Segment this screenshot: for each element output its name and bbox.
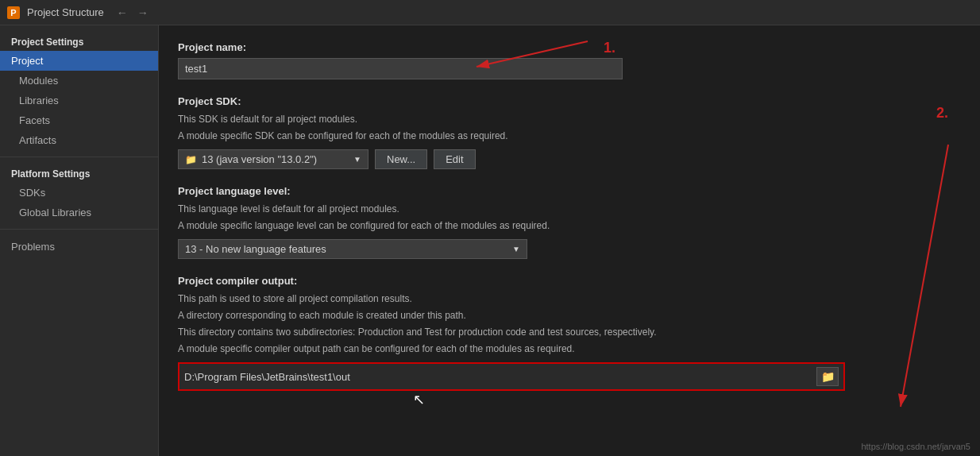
sidebar-item-global-libraries[interactable]: Global Libraries [0,203,158,222]
sidebar-item-global-libraries-label: Global Libraries [19,207,91,218]
window-title: Project Structure [27,6,104,18]
sidebar-item-project[interactable]: Project [0,51,158,71]
sdk-dropdown-icon: 📁 [185,154,197,165]
lang-desc-1: This language level is default for all p… [178,202,961,216]
sidebar-item-problems[interactable]: Problems [0,236,158,257]
annotation-2: 2. [936,105,948,122]
svg-text:P: P [10,8,16,17]
mouse-cursor: ↖ [413,391,425,408]
sidebar-item-facets[interactable]: Facets [0,110,158,130]
sidebar-item-sdks-label: SDKs [19,187,45,199]
sidebar: Project Settings Project Modules Librari… [0,25,159,456]
project-sdk-label: Project SDK: [178,95,961,107]
main-content: 1. 2. Project name: [159,25,980,456]
watermark: https://blog.csdn.net/jarvan5 [861,442,970,451]
title-bar: P Project Structure ← → [0,0,980,25]
sdk-dropdown[interactable]: 📁 13 (java version "13.0.2") ▼ [178,149,368,169]
sidebar-item-artifacts[interactable]: Artifacts [0,130,158,150]
nav-arrows: ← → [114,5,152,21]
sidebar-item-project-label: Project [11,55,43,67]
sidebar-item-artifacts-label: Artifacts [19,134,56,146]
project-settings-heading: Project Settings [0,32,158,51]
compiler-desc-2: A directory corresponding to each module… [178,308,961,323]
sdk-desc-2: A module specific SDK can be configured … [178,129,961,143]
project-sdk-group: Project SDK: This SDK is default for all… [178,95,961,169]
lang-dropdown-arrow: ▼ [512,245,520,253]
project-name-input[interactable] [178,58,623,79]
folder-icon: 📁 [821,370,835,383]
sdk-dropdown-arrow: ▼ [353,155,361,164]
sidebar-divider-1 [0,157,158,157]
app-icon: P [6,6,21,20]
compiler-output-group: Project compiler output: This path is us… [178,275,961,391]
sidebar-item-libraries-label: Libraries [19,95,59,106]
new-sdk-button[interactable]: New... [375,149,427,169]
sdk-row: 📁 13 (java version "13.0.2") ▼ New... Ed… [178,149,961,169]
project-lang-label: Project language level: [178,185,961,197]
lang-dropdown-value: 13 - No new language features [185,243,326,255]
compiler-desc-1: This path is used to store all project c… [178,292,961,306]
output-path-input[interactable] [184,371,816,383]
annotation-1: 1. [604,40,615,56]
compiler-desc-4: A module specific compiler output path c… [178,342,961,356]
project-name-label: Project name: [178,41,961,53]
lang-dropdown[interactable]: 13 - No new language features ▼ [178,239,527,259]
sidebar-divider-2 [0,229,158,230]
sidebar-item-sdks[interactable]: SDKs [0,183,158,203]
sidebar-item-modules[interactable]: Modules [0,71,158,91]
compiler-output-label: Project compiler output: [178,275,961,287]
platform-settings-heading: Platform Settings [0,164,158,183]
sidebar-item-modules-label: Modules [19,75,58,87]
sdk-dropdown-value: 13 (java version "13.0.2") [202,153,317,165]
output-path-row: 📁 [178,362,845,391]
back-button[interactable]: ← [114,5,131,21]
sidebar-item-libraries[interactable]: Libraries [0,91,158,110]
sidebar-item-facets-label: Facets [19,114,50,126]
sdk-desc-1: This SDK is default for all project modu… [178,112,961,126]
project-name-group: Project name: [178,41,961,79]
forward-button[interactable]: → [134,5,152,21]
compiler-desc-3: This directory contains two subdirectori… [178,325,961,339]
folder-browse-button[interactable]: 📁 [816,367,839,386]
project-lang-group: Project language level: This language le… [178,185,961,259]
lang-desc-2: A module specific language level can be … [178,218,961,233]
edit-sdk-button[interactable]: Edit [434,149,475,169]
